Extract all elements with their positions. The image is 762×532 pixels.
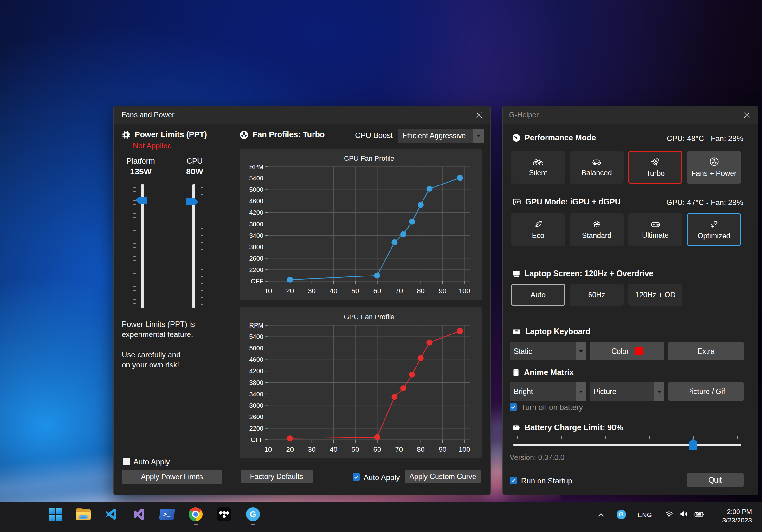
fans-window-close-button[interactable] bbox=[470, 106, 489, 124]
speaker-icon bbox=[679, 510, 688, 518]
slider-tick bbox=[133, 282, 136, 282]
gpu-mode-ultimate-button[interactable]: Ultimate bbox=[628, 213, 682, 246]
dropdown-arrow-icon[interactable] bbox=[575, 342, 586, 360]
battery-tray-button[interactable] bbox=[694, 510, 705, 518]
fan-curve-point[interactable] bbox=[287, 435, 293, 441]
curve-auto-apply-checkbox[interactable] bbox=[353, 473, 360, 481]
visual-studio-button[interactable] bbox=[131, 507, 147, 522]
slider-tick bbox=[201, 242, 203, 243]
svg-text:4200: 4200 bbox=[250, 367, 264, 374]
start-button[interactable] bbox=[48, 507, 63, 522]
svg-text:4600: 4600 bbox=[250, 197, 264, 204]
cpu-fan-profile-chart[interactable]: CPU Fan ProfileOFF2200260030003400380042… bbox=[240, 149, 482, 300]
fan-curve-point[interactable] bbox=[400, 385, 406, 391]
language-indicator[interactable]: ENG bbox=[637, 510, 653, 520]
volume-tray-button[interactable] bbox=[679, 510, 688, 518]
cpu-boost-dropdown[interactable]: Efficient Aggressive bbox=[398, 129, 484, 143]
perf-mode-turbo-button[interactable]: Turbo bbox=[628, 151, 682, 184]
cpu-slider-thumb[interactable] bbox=[187, 198, 198, 205]
ghelper-titlebar[interactable]: G-Helper bbox=[503, 106, 758, 124]
power-auto-apply-checkbox[interactable] bbox=[123, 458, 130, 465]
keyboard-mode-dropdown[interactable]: Static bbox=[510, 342, 586, 360]
quit-button[interactable]: Quit bbox=[687, 473, 744, 487]
fan-curve-point[interactable] bbox=[418, 355, 424, 361]
slider-tick bbox=[133, 290, 136, 291]
matrix-brightness-dropdown[interactable]: Bright bbox=[510, 382, 586, 401]
svg-text:2600: 2600 bbox=[250, 414, 264, 420]
svg-text:2200: 2200 bbox=[250, 266, 264, 273]
svg-text:90: 90 bbox=[439, 287, 446, 295]
slider-tick bbox=[201, 228, 203, 229]
slider-tick bbox=[133, 252, 136, 252]
matrix-picture-gif-button[interactable]: Picture / Gif bbox=[668, 382, 744, 401]
keyboard-color-button[interactable]: Color bbox=[589, 342, 664, 360]
svg-text:50: 50 bbox=[351, 445, 359, 453]
factory-defaults-button[interactable]: Factory Defaults bbox=[241, 470, 313, 483]
screen-120hz-od-button[interactable]: 120Hz + OD bbox=[628, 284, 682, 306]
terminal-button[interactable]: >_ bbox=[159, 507, 175, 522]
fans-window-titlebar[interactable]: Fans and Power bbox=[114, 106, 491, 124]
g-helper-tray-button[interactable]: G bbox=[617, 510, 626, 519]
version-link[interactable]: Version: 0.37.0.0 bbox=[510, 453, 565, 462]
fan-curve-point[interactable] bbox=[287, 277, 293, 283]
apply-power-limits-button[interactable]: Apply Power Limits bbox=[122, 470, 222, 484]
fan-curve-point[interactable] bbox=[426, 186, 432, 192]
check-icon bbox=[511, 479, 516, 483]
perf-mode-balanced-button[interactable]: Balanced bbox=[570, 151, 624, 184]
performance-mode-row: Silent Balanced Turbo bbox=[511, 151, 741, 184]
perf-mode-silent-button[interactable]: Silent bbox=[511, 151, 565, 184]
tidal-button[interactable] bbox=[216, 507, 232, 522]
wifi-tray-button[interactable] bbox=[664, 510, 674, 518]
fan-curve-point[interactable] bbox=[392, 239, 398, 245]
matrix-running-dropdown[interactable]: Picture bbox=[589, 382, 664, 401]
platform-slider-thumb[interactable] bbox=[135, 196, 147, 204]
slider-tick bbox=[133, 286, 136, 287]
dropdown-arrow-icon[interactable] bbox=[473, 129, 484, 143]
gpu-mode-eco-button[interactable]: Eco bbox=[511, 213, 565, 246]
fan-curve-point[interactable] bbox=[409, 372, 415, 378]
fan-curve-point[interactable] bbox=[374, 272, 380, 278]
dropdown-arrow-icon[interactable] bbox=[575, 382, 586, 401]
svg-text:100: 100 bbox=[459, 445, 470, 453]
apply-custom-curve-button[interactable]: Apply Custom Curve bbox=[405, 470, 481, 483]
vscode-button[interactable] bbox=[104, 507, 119, 522]
gpu-mode-standard-button[interactable]: Standard bbox=[570, 213, 624, 246]
fan-curve-point[interactable] bbox=[400, 231, 406, 237]
fan-curve-point[interactable] bbox=[426, 340, 432, 345]
fan-curve-point[interactable] bbox=[418, 202, 424, 208]
slider-tick bbox=[133, 303, 136, 304]
gpu-fan-profile-chart[interactable]: GPU Fan ProfileOFF2200260030003400380042… bbox=[240, 307, 482, 458]
matrix-running-value: Picture bbox=[589, 382, 654, 401]
dropdown-arrow-icon[interactable] bbox=[654, 382, 664, 401]
chrome-button[interactable] bbox=[188, 507, 203, 522]
svg-text:2600: 2600 bbox=[250, 255, 264, 262]
svg-text:100: 100 bbox=[459, 287, 470, 295]
performance-mode-heading-label: Performance Mode bbox=[525, 133, 596, 142]
fan-curve-point[interactable] bbox=[457, 175, 463, 181]
screen-60hz-button[interactable]: 60Hz bbox=[570, 284, 624, 306]
run-on-startup-checkbox[interactable] bbox=[510, 477, 517, 484]
tray-chevron-button[interactable] bbox=[596, 510, 606, 520]
slider-tick bbox=[201, 263, 203, 264]
flower-icon bbox=[592, 220, 601, 229]
perf-mode-fans-power-button[interactable]: Fans + Power bbox=[687, 151, 741, 184]
svg-text:4600: 4600 bbox=[250, 356, 264, 363]
ghelper-close-button[interactable] bbox=[737, 106, 756, 124]
fan-curve-point[interactable] bbox=[392, 394, 398, 400]
battery-charge-slider[interactable] bbox=[513, 443, 741, 446]
clock[interactable]: 2:00 PM 3/23/2023 bbox=[723, 507, 752, 524]
gpu-mode-optimized-button[interactable]: Optimized bbox=[687, 213, 741, 246]
battery-slider-thumb[interactable] bbox=[689, 439, 697, 450]
file-explorer-button[interactable] bbox=[76, 507, 91, 522]
matrix-battery-off-checkbox[interactable] bbox=[510, 403, 517, 411]
g-helper-taskbar-button[interactable]: G bbox=[245, 507, 261, 522]
run-on-startup-label: Run on Startup bbox=[521, 477, 572, 486]
slider-tick bbox=[737, 436, 738, 439]
screen-auto-button[interactable]: Auto bbox=[511, 284, 565, 306]
svg-text:3800: 3800 bbox=[250, 379, 264, 386]
fan-curve-point[interactable] bbox=[409, 219, 415, 225]
fan-curve-point[interactable] bbox=[457, 328, 463, 334]
warning-text: experimental feature. bbox=[122, 330, 193, 339]
keyboard-extra-button[interactable]: Extra bbox=[668, 342, 744, 360]
fan-curve-point[interactable] bbox=[374, 434, 380, 440]
